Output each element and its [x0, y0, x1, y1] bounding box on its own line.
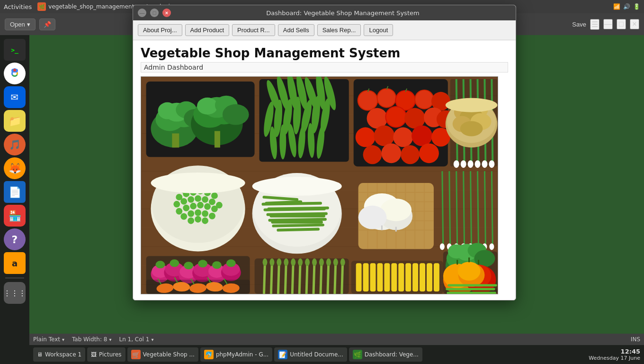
dock-item-terminal[interactable]: >_	[4, 39, 26, 61]
svg-point-74	[393, 127, 413, 147]
svg-line-148	[273, 225, 323, 226]
window-maximize-button[interactable]: □	[150, 9, 159, 17]
nav-about-proj-button[interactable]: About Proj...	[138, 24, 182, 36]
app-subheading: Admin Dashboard	[141, 62, 508, 73]
svg-point-136	[209, 213, 215, 219]
dock: >_ ✉ 📁 🎵 🦊 📄 🏪 ? a ⋮⋮⋮	[0, 35, 29, 364]
svg-point-60	[377, 89, 395, 107]
dock-item-appstore[interactable]: 🏪	[4, 205, 26, 227]
nav-add-product-button[interactable]: Add Product	[185, 24, 230, 36]
editor-pin-button[interactable]: 📌	[39, 18, 55, 30]
svg-rect-258	[377, 263, 383, 291]
svg-point-132	[180, 213, 187, 220]
svg-point-216	[212, 261, 222, 269]
dock-item-firefox[interactable]: 🦊	[4, 157, 26, 179]
editor-maximize-button[interactable]: □	[617, 19, 626, 29]
window-minimize-button[interactable]: —	[138, 9, 146, 17]
dock-item-chrome[interactable]	[4, 63, 26, 84]
svg-rect-255	[356, 263, 362, 291]
svg-point-124	[209, 199, 215, 205]
svg-point-77	[363, 145, 382, 164]
tab-width-selector[interactable]: Tab Width: 8 ▾	[72, 336, 112, 343]
tab-width-chevron: ▾	[109, 337, 111, 342]
text-type-label: Plain Text	[33, 336, 60, 343]
veg-shop-icon: 🛒	[131, 350, 141, 359]
workspace-icon: 🖥	[37, 351, 43, 358]
svg-rect-260	[391, 263, 397, 291]
svg-point-129	[197, 202, 204, 209]
svg-line-175	[442, 171, 443, 249]
window-title: Dashboard: Vegetable Shop Management Sys…	[175, 9, 511, 17]
svg-point-215	[198, 260, 207, 267]
app-content: Vegetable Shop Management System Admin D…	[133, 40, 516, 300]
taskbar-dashboard[interactable]: 🌿 Dashboard: Vege...	[349, 347, 422, 362]
svg-point-93	[468, 160, 474, 168]
position-label: Ln 1, Col 1	[119, 336, 150, 343]
dock-item-thunderbird[interactable]: ✉	[4, 86, 26, 108]
svg-point-252	[333, 258, 338, 266]
text-type-chevron: ▾	[62, 337, 64, 342]
svg-point-118	[211, 192, 218, 199]
svg-line-179	[471, 171, 472, 249]
svg-line-151	[265, 209, 324, 210]
dock-item-files[interactable]: 📁	[4, 110, 26, 132]
svg-rect-259	[384, 263, 390, 291]
dock-item-help[interactable]: ?	[4, 228, 26, 250]
svg-point-212	[156, 261, 165, 268]
svg-rect-261	[398, 263, 404, 291]
svg-rect-263	[412, 263, 418, 291]
taskbar-phpmyadmin[interactable]: 🐬 phpMyAdmin - G...	[200, 347, 272, 362]
svg-point-214	[184, 262, 193, 269]
phpmyadmin-label: phpMyAdmin - G...	[216, 351, 268, 358]
svg-point-137	[188, 218, 194, 224]
dock-item-apps[interactable]: ⋮⋮⋮	[4, 282, 26, 304]
position-selector[interactable]: Ln 1, Col 1 ▾	[119, 336, 154, 343]
editor-minimize-button[interactable]: —	[603, 19, 613, 29]
svg-point-242	[263, 258, 268, 266]
svg-line-181	[484, 171, 485, 249]
workspace-label: Workspace 1	[45, 351, 81, 358]
svg-point-217	[226, 259, 236, 267]
top-bar-right: 📶 🔊 🔋	[613, 3, 640, 10]
svg-point-58	[358, 91, 377, 110]
dock-item-libreoffice[interactable]: 📄	[4, 181, 26, 203]
svg-point-123	[202, 196, 208, 203]
clock-date: Wednesday 17 June	[589, 355, 640, 361]
svg-point-135	[202, 210, 208, 217]
svg-point-68	[386, 107, 406, 127]
taskbar-text-editor[interactable]: 📝 Untitled Docume...	[274, 347, 347, 362]
svg-point-140	[151, 173, 245, 193]
editor-controls: ☰ — □ ×	[590, 19, 639, 30]
dock-item-amazon[interactable]: a	[4, 252, 26, 274]
editor-close-button[interactable]: ×	[630, 19, 639, 29]
nav-sales-rep-button[interactable]: Sales Rep...	[317, 24, 361, 36]
editor-menu-button[interactable]: ☰	[590, 19, 599, 30]
svg-point-73	[374, 126, 394, 146]
insert-mode-label: INS	[631, 336, 640, 343]
dock-item-rhythmbox[interactable]: 🎵	[4, 134, 26, 155]
window-close-button[interactable]: ×	[162, 9, 171, 17]
taskbar-workspace[interactable]: 🖥 Workspace 1	[33, 347, 85, 362]
svg-rect-262	[405, 263, 411, 291]
editor-save-button[interactable]: Save	[572, 21, 586, 28]
app-window: — □ × Dashboard: Vegetable Shop Manageme…	[133, 5, 516, 300]
svg-rect-265	[427, 263, 432, 291]
vegetable-image	[141, 76, 498, 294]
svg-point-96	[489, 160, 494, 168]
svg-rect-26	[172, 133, 179, 147]
text-type-selector[interactable]: Plain Text ▾	[33, 336, 64, 343]
nav-add-sells-button[interactable]: Add Sells	[278, 24, 314, 36]
svg-point-198	[474, 250, 495, 267]
nav-product-r-button[interactable]: Product R...	[232, 24, 275, 36]
svg-point-131	[211, 206, 218, 212]
svg-point-51	[279, 125, 286, 160]
svg-line-182	[492, 171, 492, 249]
svg-rect-256	[363, 263, 369, 291]
activities-button[interactable]: Activities	[4, 3, 32, 10]
svg-line-146	[268, 214, 326, 215]
taskbar-pictures[interactable]: 🖼 Pictures	[87, 347, 125, 362]
nav-logout-button[interactable]: Logout	[364, 24, 393, 36]
editor-open-button[interactable]: Open ▾	[5, 18, 36, 30]
dashboard-icon: 🌿	[353, 350, 362, 359]
taskbar-veg-shop[interactable]: 🛒 Vegetable Shop ...	[127, 347, 198, 362]
